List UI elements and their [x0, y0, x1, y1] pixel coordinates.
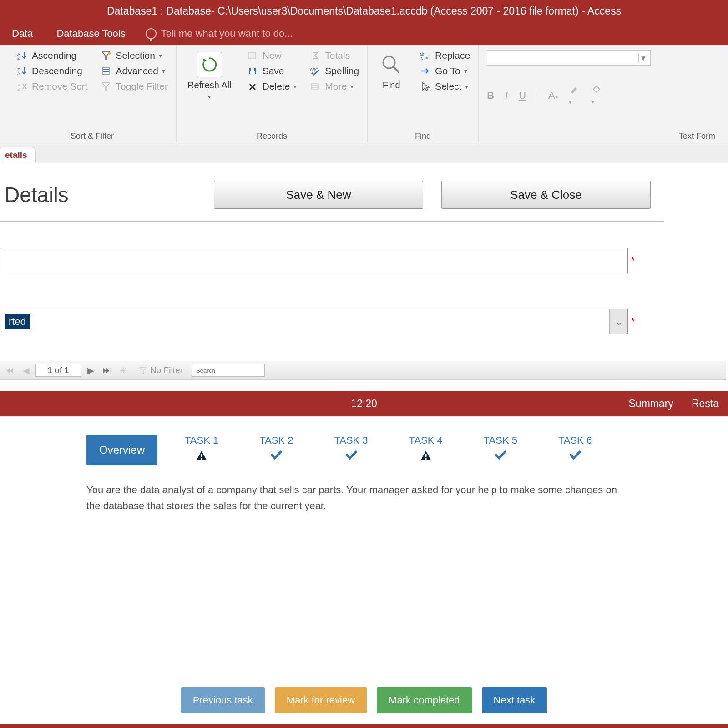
- record-search-input[interactable]: [192, 364, 265, 377]
- task-label: TASK 4: [409, 435, 443, 446]
- form-area: Details Save & New Save & Close * rted ⌄…: [0, 163, 728, 380]
- ascending-button[interactable]: AZ Ascending: [16, 50, 88, 61]
- svg-text:Z: Z: [17, 56, 20, 60]
- tell-me-search[interactable]: Tell me what you want to do...: [146, 28, 293, 40]
- check-icon: [495, 450, 506, 460]
- task-tab-5[interactable]: TASK 5: [484, 435, 517, 461]
- select-button[interactable]: Select: [420, 81, 470, 92]
- ribbon: AZ Ascending ZA Descending AZ Remove Sor…: [0, 46, 728, 143]
- group-label-sortfilter: Sort & Filter: [16, 130, 168, 141]
- find-button[interactable]: Find: [376, 50, 407, 92]
- required-asterisk: *: [628, 254, 635, 267]
- chevron-down-icon: ▾: [638, 53, 647, 62]
- underline-button[interactable]: U: [519, 90, 526, 101]
- svg-rect-25: [425, 458, 426, 460]
- task-tab-6[interactable]: TASK 6: [558, 435, 592, 461]
- svg-rect-24: [425, 454, 426, 457]
- new-record-icon: [247, 51, 259, 61]
- overview-button[interactable]: Overview: [86, 435, 157, 465]
- required-asterisk: *: [628, 315, 635, 328]
- nav-new-button[interactable]: ✳: [116, 364, 130, 377]
- group-find: Find abac Replace Go To: [368, 46, 479, 143]
- svg-text:A: A: [17, 71, 20, 76]
- task-tab-4[interactable]: TASK 4: [409, 435, 443, 461]
- descending-button[interactable]: ZA Descending: [16, 66, 88, 76]
- svg-point-18: [383, 56, 395, 68]
- next-task-button[interactable]: Next task: [482, 687, 547, 713]
- more-icon: [309, 81, 321, 91]
- sigma-icon: [309, 51, 321, 61]
- selection-button[interactable]: Selection: [101, 50, 168, 61]
- refresh-all-button[interactable]: Refresh All▾: [185, 50, 234, 102]
- task-tab-1[interactable]: TASK 1: [185, 435, 218, 461]
- chevron-down-icon[interactable]: ⌄: [609, 309, 627, 334]
- details-text-field[interactable]: [0, 248, 628, 273]
- combobox-selected-value: rted: [5, 314, 30, 329]
- font-color-button[interactable]: A▾: [548, 90, 558, 101]
- remove-sort-button[interactable]: AZ Remove Sort: [16, 81, 88, 92]
- timer: 12:20: [351, 398, 377, 410]
- task-tab-3[interactable]: TASK 3: [334, 435, 368, 461]
- task-tab-2[interactable]: TASK 2: [259, 435, 293, 461]
- funnel-icon: [139, 367, 147, 374]
- nav-first-button[interactable]: ⏮: [3, 364, 16, 377]
- check-icon: [270, 450, 282, 460]
- funnel-icon: [101, 81, 112, 91]
- warning-icon: [196, 450, 207, 461]
- more-button[interactable]: More: [309, 81, 359, 92]
- italic-button[interactable]: I: [505, 90, 508, 101]
- save-and-close-button[interactable]: Save & Close: [441, 181, 651, 209]
- totals-button[interactable]: Totals: [309, 50, 359, 61]
- replace-button[interactable]: abac Replace: [420, 50, 470, 61]
- fill-color-button[interactable]: ▾: [592, 85, 602, 106]
- check-icon: [569, 450, 581, 460]
- spelling-button[interactable]: ABC Spelling: [309, 66, 359, 76]
- separator: [537, 89, 537, 102]
- tab-data[interactable]: Data: [0, 28, 45, 40]
- svg-text:ab: ab: [420, 52, 424, 56]
- previous-task-button[interactable]: Previous task: [181, 687, 265, 713]
- goto-button[interactable]: Go To: [420, 66, 470, 76]
- delete-record-button[interactable]: Delete: [247, 81, 297, 92]
- cursor-icon: [420, 81, 431, 91]
- warning-icon: [420, 450, 432, 461]
- task-tabs: Overview TASK 1TASK 2TASK 3TASK 4TASK 5T…: [0, 416, 728, 470]
- magnifier-icon: [379, 52, 404, 77]
- funnel-selection-icon: [101, 51, 112, 61]
- form-tab-details[interactable]: etails: [0, 147, 36, 163]
- highlight-button[interactable]: ▾: [569, 85, 581, 106]
- group-label-textformat: Text Form: [487, 130, 720, 141]
- save-record-button[interactable]: Save: [247, 66, 297, 76]
- spelling-icon: ABC: [309, 66, 321, 76]
- svg-line-19: [394, 67, 399, 72]
- task-description: You are the data analyst of a company th…: [0, 470, 646, 514]
- nav-prev-button[interactable]: ◀: [19, 364, 33, 377]
- mark-for-review-button[interactable]: Mark for review: [275, 687, 367, 713]
- font-family-select[interactable]: ▾: [487, 50, 651, 66]
- summary-link[interactable]: Summary: [629, 398, 673, 410]
- new-record-button[interactable]: New: [247, 50, 297, 61]
- save-and-new-button[interactable]: Save & New: [214, 181, 423, 209]
- ribbon-tab-row: Data Database Tools Tell me what you wan…: [0, 22, 728, 46]
- filter-indicator[interactable]: No Filter: [139, 365, 183, 375]
- toggle-filter-button[interactable]: Toggle Filter: [101, 81, 168, 92]
- record-position-box[interactable]: 1 of 1: [35, 364, 81, 377]
- task-label: TASK 1: [185, 435, 218, 446]
- nav-next-button[interactable]: ▶: [84, 364, 97, 377]
- advanced-filter-icon: [101, 66, 112, 76]
- lightbulb-icon: [146, 28, 157, 39]
- svg-text:Z: Z: [17, 87, 20, 91]
- nav-last-button[interactable]: ⏭: [100, 364, 114, 377]
- task-label: TASK 5: [484, 435, 517, 446]
- group-records: Refresh All▾ New Save: [177, 46, 368, 143]
- mark-completed-button[interactable]: Mark completed: [377, 687, 472, 713]
- restart-link[interactable]: Resta: [692, 398, 719, 410]
- task-panel-header: 12:20 Summary Resta: [0, 391, 728, 416]
- svg-rect-15: [311, 84, 318, 89]
- task-label: TASK 6: [558, 435, 592, 446]
- tab-database-tools[interactable]: Database Tools: [45, 28, 137, 40]
- status-combobox[interactable]: rted ⌄: [0, 309, 628, 334]
- advanced-button[interactable]: Advanced: [101, 66, 168, 76]
- record-navigator: ⏮ ◀ 1 of 1 ▶ ⏭ ✳ No Filter: [0, 361, 726, 380]
- bold-button[interactable]: B: [487, 90, 494, 101]
